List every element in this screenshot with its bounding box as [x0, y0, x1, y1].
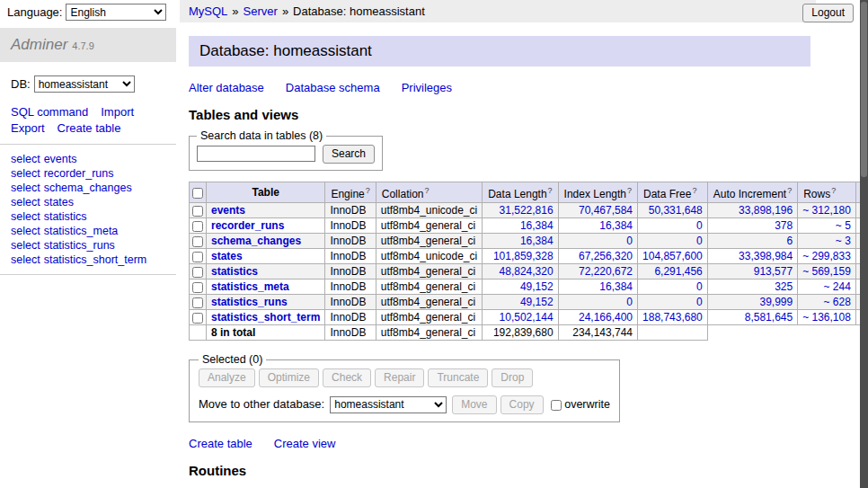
table-name-link[interactable]: statistics: [44, 210, 87, 223]
auto-increment-link[interactable]: 33,898,196: [739, 204, 793, 217]
import-link[interactable]: Import: [101, 105, 134, 119]
auto-increment-link[interactable]: 325: [775, 280, 793, 293]
index-length-link[interactable]: 16,384: [599, 219, 633, 232]
auto-increment-link[interactable]: 33,398,984: [739, 250, 793, 262]
table-name-link[interactable]: recorder_runs: [44, 167, 114, 180]
data-free-link[interactable]: 188,743,680: [642, 311, 703, 324]
auto-increment-link[interactable]: 39,999: [759, 296, 793, 308]
rows-link[interactable]: ~ 136,108: [802, 311, 851, 324]
create-view-link[interactable]: Create view: [274, 437, 336, 450]
row-checkbox[interactable]: [192, 297, 203, 308]
data-length-link[interactable]: 31,522,816: [500, 204, 554, 217]
rows-link[interactable]: ~ 244: [824, 280, 851, 293]
index-length-link[interactable]: 16,384: [599, 280, 633, 293]
data-free-link[interactable]: 0: [696, 280, 703, 293]
create-table-link[interactable]: Create table: [58, 121, 121, 135]
row-checkbox[interactable]: [192, 206, 203, 217]
row-checkbox[interactable]: [192, 252, 203, 262]
table-name-link[interactable]: schema_changes: [44, 182, 132, 194]
select-link[interactable]: select: [11, 239, 40, 252]
table-link[interactable]: states: [211, 250, 243, 262]
data-length-link[interactable]: 16,384: [520, 235, 554, 247]
check-button[interactable]: Check: [323, 368, 371, 387]
rows-link[interactable]: ~ 628: [824, 296, 851, 308]
analyze-button[interactable]: Analyze: [199, 368, 255, 387]
table-name-link[interactable]: statistics_runs: [44, 239, 115, 252]
data-length-link[interactable]: 10,502,144: [500, 311, 554, 324]
table-link[interactable]: schema_changes: [211, 235, 301, 247]
select-link[interactable]: select: [11, 182, 40, 194]
select-all-checkbox[interactable]: [192, 188, 203, 199]
help-link[interactable]: ?: [366, 186, 370, 195]
auto-increment-link[interactable]: 8,581,645: [745, 311, 793, 324]
index-length-link[interactable]: 24,166,400: [579, 311, 633, 324]
auto-increment-link[interactable]: 6: [786, 235, 793, 247]
table-link[interactable]: statistics_short_term: [211, 311, 320, 324]
data-free-link[interactable]: 104,857,600: [642, 250, 703, 262]
help-link[interactable]: ?: [831, 186, 836, 195]
table-name-link[interactable]: statistics_short_term: [44, 253, 147, 266]
index-length-link[interactable]: 0: [626, 235, 633, 247]
table-link[interactable]: events: [211, 204, 245, 217]
select-link[interactable]: select: [11, 153, 40, 165]
help-link[interactable]: ?: [627, 186, 632, 195]
data-free-link[interactable]: 6,291,456: [654, 265, 702, 278]
alter-database-link[interactable]: Alter database: [189, 81, 264, 94]
overwrite-checkbox[interactable]: [551, 400, 562, 411]
index-length-link[interactable]: 72,220,672: [579, 265, 633, 278]
row-checkbox[interactable]: [192, 267, 203, 278]
language-select[interactable]: English: [66, 4, 166, 21]
row-checkbox[interactable]: [192, 282, 203, 293]
sql-command-link[interactable]: SQL command: [11, 105, 88, 119]
select-link[interactable]: select: [11, 225, 40, 237]
select-link[interactable]: select: [11, 253, 40, 266]
help-link[interactable]: ?: [692, 186, 696, 195]
move-button[interactable]: Move: [452, 395, 496, 414]
data-length-link[interactable]: 49,152: [520, 296, 554, 308]
rows-link[interactable]: ~ 3: [836, 235, 851, 247]
search-input[interactable]: [197, 146, 315, 162]
table-name-link[interactable]: statistics_meta: [44, 225, 119, 237]
database-schema-link[interactable]: Database schema: [286, 81, 380, 94]
copy-button[interactable]: Copy: [500, 395, 544, 414]
auto-increment-link[interactable]: 378: [775, 219, 793, 232]
row-checkbox[interactable]: [192, 313, 203, 324]
rows-link[interactable]: ~ 5: [836, 219, 851, 232]
table-link[interactable]: statistics_runs: [211, 296, 288, 308]
move-db-select[interactable]: homeassistant: [330, 396, 447, 413]
export-link[interactable]: Export: [11, 121, 45, 135]
breadcrumb-mysql-link[interactable]: MySQL: [189, 4, 227, 18]
db-select[interactable]: homeassistant: [34, 75, 135, 93]
data-length-link[interactable]: 48,824,320: [500, 265, 554, 278]
index-length-link[interactable]: 67,256,320: [579, 250, 633, 262]
help-link[interactable]: ?: [548, 186, 553, 195]
index-length-link[interactable]: 0: [626, 296, 633, 308]
table-name-link[interactable]: states: [44, 196, 74, 209]
data-free-link[interactable]: 0: [696, 235, 703, 247]
rows-link[interactable]: ~ 299,833: [802, 250, 851, 262]
table-name-link[interactable]: events: [44, 153, 77, 165]
data-free-link[interactable]: 50,331,648: [649, 204, 703, 217]
data-length-link[interactable]: 101,859,328: [493, 250, 554, 262]
search-button[interactable]: Search: [323, 145, 375, 164]
data-free-link[interactable]: 0: [696, 219, 703, 232]
breadcrumb-server-link[interactable]: Server: [244, 4, 278, 18]
privileges-link[interactable]: Privileges: [402, 81, 452, 94]
select-link[interactable]: select: [11, 210, 40, 223]
row-checkbox[interactable]: [192, 236, 203, 247]
table-link[interactable]: statistics: [211, 265, 258, 278]
table-link[interactable]: recorder_runs: [211, 219, 284, 232]
rows-link[interactable]: ~ 569,159: [802, 265, 851, 278]
select-link[interactable]: select: [11, 167, 40, 180]
data-length-link[interactable]: 49,152: [520, 280, 554, 293]
create-table-link-main[interactable]: Create table: [189, 437, 252, 450]
repair-button[interactable]: Repair: [375, 368, 424, 387]
data-free-link[interactable]: 0: [696, 296, 703, 308]
auto-increment-link[interactable]: 913,577: [754, 265, 793, 278]
logout-button[interactable]: Logout: [802, 4, 854, 22]
scrollbar[interactable]: [860, 0, 868, 488]
rows-link[interactable]: ~ 312,180: [802, 204, 851, 217]
help-link[interactable]: ?: [424, 186, 429, 195]
optimize-button[interactable]: Optimize: [259, 368, 319, 387]
drop-button[interactable]: Drop: [492, 368, 533, 387]
